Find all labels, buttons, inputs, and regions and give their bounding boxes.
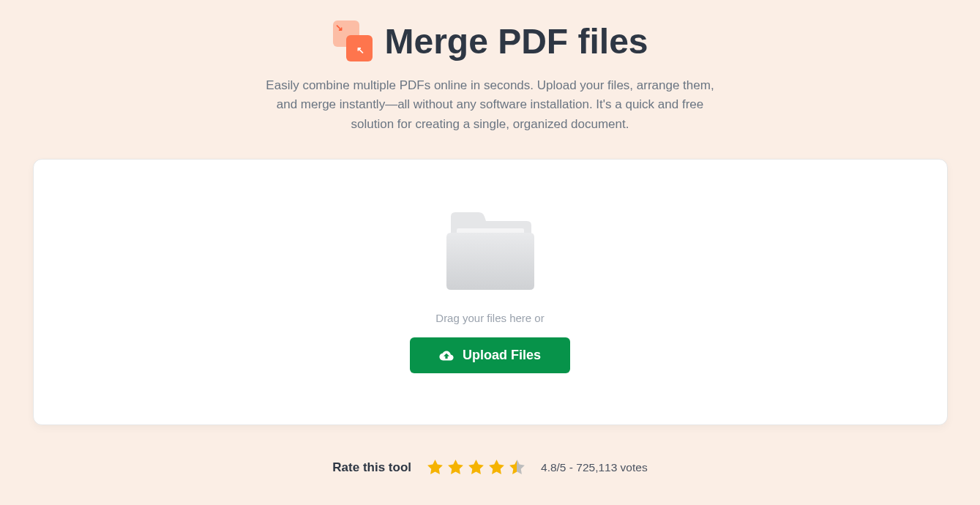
cloud-upload-icon (439, 350, 454, 362)
rate-label: Rate this tool (332, 460, 411, 475)
upload-button-label: Upload Files (463, 348, 541, 363)
rating-value-text: 4.8/5 - 725,113 votes (541, 461, 648, 474)
upload-files-button[interactable]: Upload Files (410, 337, 570, 373)
rating-stars[interactable] (426, 458, 526, 476)
rating-row: Rate this tool 4.8/5 - 725,113 votes (22, 458, 958, 476)
hero-section: ↘ ↖ Merge PDF files Easily combine multi… (22, 20, 958, 134)
page-subtitle: Easily combine multiple PDFs online in s… (263, 76, 717, 134)
folder-icon (444, 211, 537, 291)
drag-text: Drag your files here or (435, 312, 544, 324)
merge-pdf-icon: ↘ ↖ (332, 20, 374, 63)
dropzone[interactable]: Drag your files here or Upload Files (33, 159, 948, 425)
star-icon[interactable] (467, 458, 485, 476)
star-icon[interactable] (446, 458, 465, 476)
star-icon[interactable] (487, 458, 506, 476)
star-half-icon[interactable] (508, 458, 526, 476)
star-icon[interactable] (426, 458, 444, 476)
title-row: ↘ ↖ Merge PDF files (22, 20, 958, 63)
page-title: Merge PDF files (384, 23, 648, 61)
